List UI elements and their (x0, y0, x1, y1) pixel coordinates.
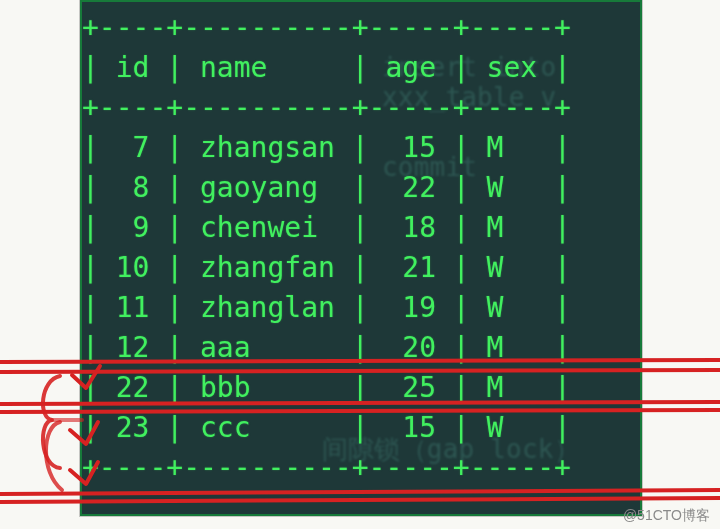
ascii-table: +----+----------+-----+-----+ | id | nam… (82, 2, 640, 488)
mysql-table-terminal: insert into xxx_table v commit 间隙锁（gap l… (80, 0, 642, 516)
watermark: @51CTO博客 (623, 507, 710, 525)
